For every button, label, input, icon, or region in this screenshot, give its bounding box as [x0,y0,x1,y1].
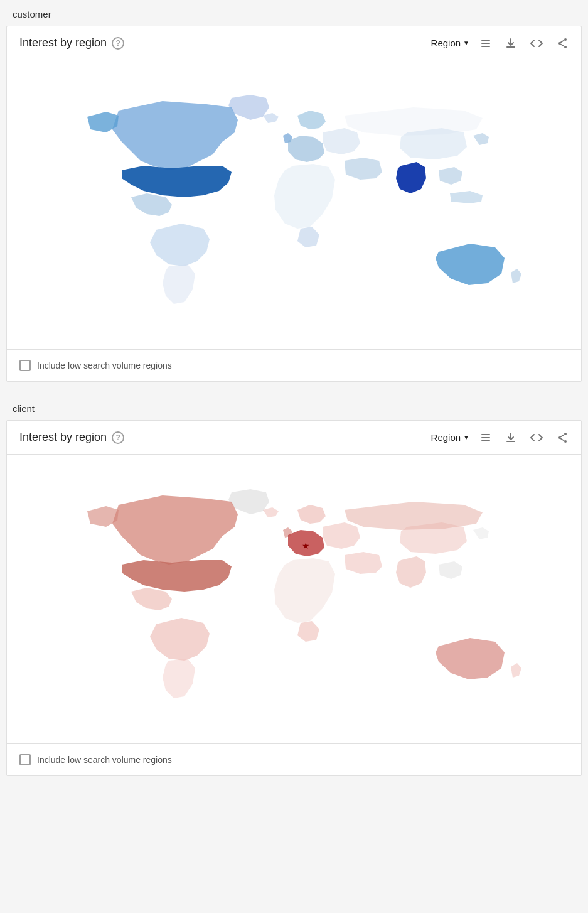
customer-region-dropdown[interactable]: Region ▼ [431,38,469,48]
customer-card-header: Interest by region ? Region ▼ [7,26,581,60]
client-card-title: Interest by region [19,431,107,444]
client-region-label: Region [431,432,461,443]
svg-point-4 [564,38,567,41]
client-download-icon[interactable] [505,431,517,444]
client-header-icons [479,431,569,444]
client-help-icon[interactable]: ? [112,431,124,444]
svg-point-15 [564,440,567,443]
client-card-footer: Include low search volume regions [7,743,581,775]
customer-footer-label: Include low search volume regions [37,360,172,370]
client-section-label: client [0,394,588,420]
svg-rect-2 [481,46,490,47]
client-card-header: Interest by region ? Region ▼ [7,421,581,455]
client-low-volume-checkbox[interactable] [19,754,31,765]
svg-rect-1 [481,43,490,44]
client-share-icon[interactable] [556,431,569,444]
svg-point-14 [564,433,567,435]
svg-rect-10 [481,434,490,435]
svg-rect-13 [506,441,515,442]
client-list-icon[interactable] [479,431,492,444]
customer-share-icon[interactable] [556,37,569,50]
customer-header-icons [479,37,569,50]
client-dropdown-arrow-icon: ▼ [463,434,469,441]
customer-code-icon[interactable] [530,37,543,50]
svg-line-17 [560,435,564,437]
customer-dropdown-arrow-icon: ▼ [463,40,469,46]
svg-point-16 [558,436,560,439]
client-code-icon[interactable] [530,431,543,444]
customer-map-container [7,60,581,349]
client-map-container: ★ [7,455,581,743]
customer-card-title: Interest by region [19,36,107,50]
customer-map [37,73,552,337]
svg-rect-11 [481,437,490,438]
svg-text:★: ★ [301,541,309,551]
svg-rect-3 [506,46,515,48]
customer-card-footer: Include low search volume regions [7,349,581,381]
client-map: ★ [37,467,552,731]
customer-region-label: Region [431,38,461,48]
client-region-dropdown[interactable]: Region ▼ [431,432,469,443]
svg-rect-12 [481,440,490,441]
customer-list-icon[interactable] [479,37,492,50]
client-card: Interest by region ? Region ▼ [6,420,582,776]
client-footer-label: Include low search volume regions [37,755,172,765]
customer-section-label: customer [0,0,588,26]
svg-line-7 [560,40,564,43]
svg-line-18 [560,438,564,441]
customer-card: Interest by region ? Region ▼ [6,26,582,382]
svg-line-8 [560,44,564,46]
svg-point-6 [558,42,560,45]
svg-rect-0 [481,40,490,41]
customer-low-volume-checkbox[interactable] [19,360,31,371]
customer-download-icon[interactable] [505,37,517,50]
svg-point-5 [564,46,567,48]
customer-help-icon[interactable]: ? [112,37,124,50]
